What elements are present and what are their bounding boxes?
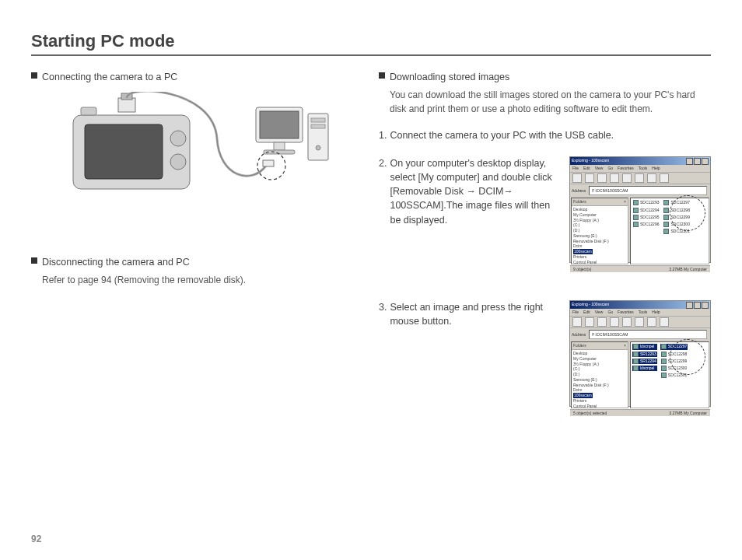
forward-icon[interactable] (585, 317, 594, 327)
tree-item-selected[interactable]: 100sscam (573, 393, 593, 398)
tree-close-icon[interactable]: × (624, 199, 626, 205)
file-item[interactable]: SDC12297 (663, 200, 690, 205)
delete-icon[interactable] (660, 317, 669, 327)
tree-item[interactable]: My Computer (573, 212, 626, 218)
copy-icon[interactable] (622, 317, 632, 327)
image-file-icon (661, 352, 667, 357)
menu-go[interactable]: Go (607, 166, 613, 171)
minimize-icon[interactable] (686, 302, 693, 309)
left-column: Connecting the camera to a PC (31, 70, 363, 421)
menu-favorites[interactable]: Favorites (618, 166, 634, 171)
menu-help[interactable]: Help (652, 166, 660, 171)
image-file-icon (661, 359, 667, 364)
file-item[interactable]: SDC12295 (632, 215, 660, 220)
tree-item[interactable]: Dcim (573, 387, 626, 393)
menu-edit[interactable]: Edit (583, 310, 590, 315)
status-size: 3.27MB (669, 411, 682, 415)
menu-edit[interactable]: Edit (583, 166, 590, 171)
menu-view[interactable]: View (595, 166, 604, 171)
up-icon[interactable] (597, 317, 607, 327)
file-item-selected[interactable]: SR12293 (632, 352, 657, 357)
maximize-icon[interactable] (694, 302, 701, 309)
image-file-icon (633, 208, 639, 213)
minimize-icon[interactable] (686, 158, 693, 165)
forward-icon[interactable] (585, 173, 594, 183)
tree-item[interactable]: Removable Disk (F:) (573, 383, 626, 388)
file-list[interactable]: ldscnpel SR12293 SR12294 ldscnpel SDC122… (630, 341, 709, 408)
menu-favorites[interactable]: Favorites (618, 310, 634, 315)
close-icon[interactable] (702, 158, 709, 165)
paste-icon[interactable] (635, 173, 644, 183)
tree-item[interactable]: 3½ Floppy (A:) (573, 362, 626, 367)
tree-item[interactable]: Samsung (E:) (573, 233, 626, 239)
file-item[interactable]: SDC12300 (663, 222, 690, 227)
tree-item[interactable]: (D:) (573, 372, 626, 377)
copy-icon[interactable] (622, 173, 632, 183)
file-item-selected[interactable]: SDC12297 (660, 344, 688, 349)
folder-tree[interactable]: Folders× Desktop My Computer 3½ Floppy (… (571, 198, 628, 264)
menubar[interactable]: File Edit View Go Favorites Tools Help (570, 165, 710, 173)
undo-icon[interactable] (647, 173, 656, 183)
menu-file[interactable]: File (572, 166, 579, 171)
menu-tools[interactable]: Tools (639, 166, 648, 171)
window-title: Exploring - 100sscam (572, 158, 609, 163)
up-icon[interactable] (597, 173, 607, 183)
image-file-icon (663, 200, 669, 205)
file-item[interactable]: SDC12299 (660, 359, 688, 364)
tree-item[interactable]: Dcim (573, 243, 626, 249)
delete-icon[interactable] (660, 173, 669, 183)
page-title: Starting PC mode (31, 31, 711, 56)
cut-icon[interactable] (610, 173, 619, 183)
file-item[interactable]: SDC12298 (660, 352, 688, 357)
image-file-icon (633, 200, 639, 205)
file-item[interactable]: SDC12299 (663, 215, 690, 220)
back-icon[interactable] (572, 173, 582, 183)
downloading-heading: Downloading stored images (390, 70, 509, 84)
svg-rect-12 (311, 118, 325, 122)
menu-view[interactable]: View (595, 310, 604, 315)
file-list[interactable]: SDC12293 SDC12294 SDC12295 SDC12296 SDC1… (630, 198, 709, 264)
folder-tree[interactable]: Folders× Desktop My Computer 3½ Floppy (… (571, 341, 628, 408)
back-icon[interactable] (572, 317, 582, 327)
paste-icon[interactable] (635, 317, 644, 327)
address-bar[interactable]: F:\DCIM\100SSCAM (589, 330, 707, 339)
menu-help[interactable]: Help (652, 310, 660, 315)
tree-item[interactable]: Desktop (573, 207, 626, 212)
tree-item[interactable]: (C:) (573, 366, 626, 372)
image-file-icon (661, 366, 667, 371)
menu-file[interactable]: File (572, 310, 579, 315)
menu-go[interactable]: Go (607, 310, 613, 315)
address-bar[interactable]: F:\DCIM\100SSCAM (589, 186, 707, 195)
tree-item[interactable]: My Computer (573, 356, 626, 362)
file-item[interactable]: SDC12301 (663, 229, 690, 234)
file-item[interactable]: SDC12298 (663, 208, 690, 213)
tree-close-icon[interactable]: × (624, 343, 626, 348)
file-item-selected[interactable]: SR12294 (632, 359, 657, 364)
menu-tools[interactable]: Tools (639, 310, 648, 315)
undo-icon[interactable] (647, 317, 656, 327)
tree-item[interactable]: Control Panel (573, 404, 626, 409)
file-item[interactable]: SDC12301 (660, 373, 688, 378)
close-icon[interactable] (702, 302, 709, 309)
file-item[interactable]: SDC12300 (660, 366, 688, 371)
file-item[interactable]: SDC12296 (632, 222, 660, 227)
file-item[interactable]: SDC12293 (632, 200, 660, 205)
tree-item-selected[interactable]: 100sscam (573, 249, 593, 254)
file-item-selected[interactable]: ldscnpel (632, 344, 657, 349)
tree-item[interactable]: Removable Disk (F:) (573, 239, 626, 244)
status-location: My Computer (684, 411, 707, 415)
tree-item[interactable]: Samsung (E:) (573, 377, 626, 383)
tree-item[interactable]: Control Panel (573, 260, 626, 265)
file-item-selected[interactable]: ldscnpel (632, 366, 657, 371)
tree-item[interactable]: Printers (573, 254, 626, 260)
menubar[interactable]: File Edit View Go Favorites Tools Help (570, 309, 710, 317)
tree-item[interactable]: (D:) (573, 228, 626, 233)
tree-item[interactable]: 3½ Floppy (A:) (573, 218, 626, 223)
tree-item[interactable]: (C:) (573, 222, 626, 228)
maximize-icon[interactable] (694, 158, 701, 165)
tree-item[interactable]: Printers (573, 398, 626, 404)
tree-item[interactable]: Desktop (573, 351, 626, 356)
address-label: Address (572, 188, 586, 194)
file-item[interactable]: SDC12294 (632, 208, 660, 213)
cut-icon[interactable] (610, 317, 619, 327)
